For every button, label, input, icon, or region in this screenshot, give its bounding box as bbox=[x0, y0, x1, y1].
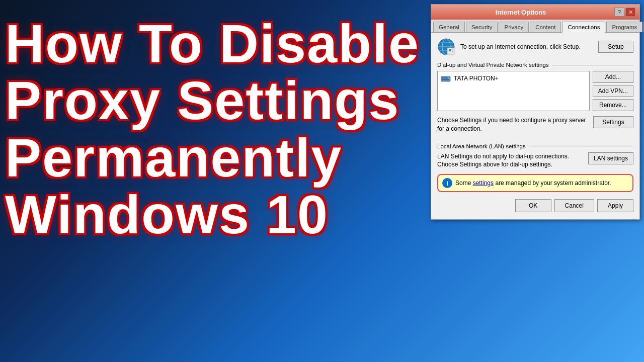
setup-button[interactable]: Setup bbox=[598, 41, 633, 53]
svg-rect-12 bbox=[444, 77, 446, 78]
tab-connections[interactable]: Connections bbox=[562, 22, 605, 33]
info-text: Some settings are managed by your system… bbox=[455, 179, 611, 187]
cancel-button[interactable]: Cancel bbox=[554, 199, 594, 212]
tab-security[interactable]: Security bbox=[466, 22, 498, 32]
lan-section-label: Local Area Network (LAN) settings bbox=[437, 143, 633, 149]
dialup-section-label: Dial-up and Virtual Private Network sett… bbox=[437, 62, 633, 68]
svg-point-15 bbox=[448, 77, 449, 78]
svg-rect-6 bbox=[449, 49, 451, 51]
dialog-content: To set up an Internet connection, click … bbox=[431, 33, 639, 219]
bottom-buttons: OK Cancel Apply bbox=[437, 196, 633, 214]
title-bar-buttons: ? ✕ bbox=[614, 8, 635, 17]
info-bar: i Some settings are managed by your syst… bbox=[437, 174, 633, 192]
setup-text: To set up an Internet connection, click … bbox=[460, 43, 593, 51]
settings-link[interactable]: settings bbox=[473, 179, 494, 187]
internet-options-dialog: Internet Options ? ✕ General Security Pr… bbox=[431, 4, 640, 220]
settings-row: Choose Settings if you need to configure… bbox=[437, 116, 633, 136]
vpn-list-item[interactable]: TATA PHOTON+ bbox=[440, 73, 587, 83]
modem-icon bbox=[441, 74, 451, 82]
vpn-area: TATA PHOTON+ Add... Add VPN... Remove... bbox=[437, 71, 633, 111]
svg-rect-14 bbox=[442, 79, 449, 80]
dialog-title: Internet Options bbox=[435, 9, 606, 16]
svg-rect-7 bbox=[452, 49, 453, 50]
vpn-item-name: TATA PHOTON+ bbox=[454, 75, 499, 82]
tab-general[interactable]: General bbox=[433, 22, 465, 32]
svg-rect-11 bbox=[442, 77, 444, 78]
lan-section: Local Area Network (LAN) settings LAN Se… bbox=[437, 143, 633, 169]
add-button[interactable]: Add... bbox=[593, 71, 633, 83]
vpn-list[interactable]: TATA PHOTON+ bbox=[437, 71, 590, 111]
lan-desc: LAN Settings do not apply to dial-up con… bbox=[437, 152, 585, 169]
remove-button[interactable]: Remove... bbox=[593, 99, 633, 111]
lan-row: LAN Settings do not apply to dial-up con… bbox=[437, 152, 633, 169]
tab-privacy[interactable]: Privacy bbox=[499, 22, 529, 32]
add-vpn-button[interactable]: Add VPN... bbox=[593, 85, 633, 97]
close-button[interactable]: ✕ bbox=[625, 8, 635, 17]
tab-bar: General Security Privacy Content Connect… bbox=[431, 20, 639, 33]
ok-button[interactable]: OK bbox=[515, 199, 551, 212]
tab-content[interactable]: Content bbox=[530, 22, 561, 32]
settings-desc: Choose Settings if you need to configure… bbox=[437, 116, 590, 133]
setup-row: To set up an Internet connection, click … bbox=[437, 38, 633, 56]
settings-button[interactable]: Settings bbox=[593, 116, 633, 128]
globe-icon bbox=[437, 38, 455, 56]
title-bar: Internet Options ? ✕ bbox=[431, 5, 639, 20]
help-button[interactable]: ? bbox=[614, 8, 624, 17]
vpn-buttons: Add... Add VPN... Remove... bbox=[593, 71, 633, 111]
apply-button[interactable]: Apply bbox=[597, 199, 633, 212]
svg-rect-13 bbox=[446, 77, 448, 78]
main-title: How To Disable Proxy Settings Permanentl… bbox=[5, 15, 420, 243]
lan-settings-button[interactable]: LAN settings bbox=[588, 152, 633, 164]
svg-rect-8 bbox=[452, 51, 453, 52]
info-icon: i bbox=[442, 178, 452, 188]
tab-programs[interactable]: Programs bbox=[606, 22, 642, 32]
